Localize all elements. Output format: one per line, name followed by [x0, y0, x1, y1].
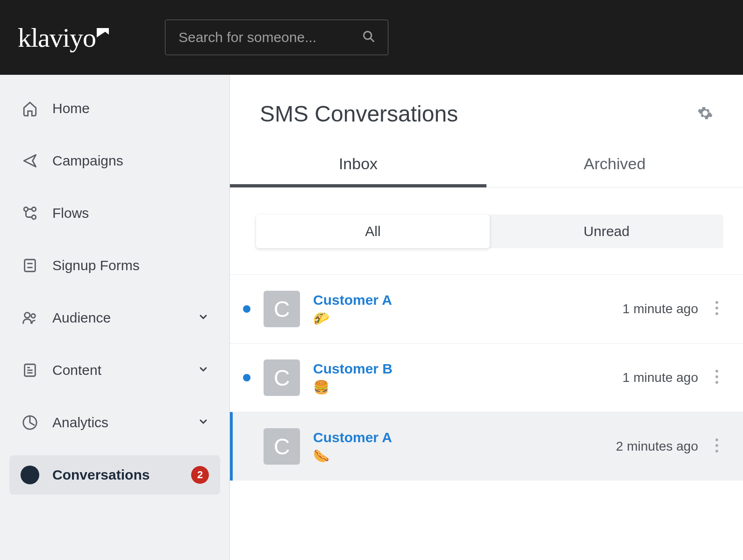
sidebar-item-campaigns[interactable]: Campaigns [9, 141, 220, 180]
chevron-down-icon [198, 416, 209, 429]
more-actions-button[interactable] [711, 297, 722, 321]
svg-point-22 [715, 375, 718, 378]
sidebar-item-analytics[interactable]: Analytics [9, 403, 220, 442]
search-icon [362, 30, 375, 45]
svg-point-10 [31, 314, 36, 318]
sidebar-item-label: Content [52, 362, 185, 378]
sidebar-item-label: Conversations [52, 467, 178, 483]
chevron-down-icon [198, 364, 209, 377]
svg-point-9 [25, 313, 30, 318]
svg-point-21 [715, 370, 718, 373]
svg-point-3 [24, 207, 28, 211]
more-actions-button[interactable] [711, 434, 722, 459]
sidebar-item-content[interactable]: Content [9, 351, 220, 390]
home-icon [21, 99, 39, 118]
conversation-name[interactable]: Customer A [313, 430, 603, 445]
filter-unread[interactable]: Unread [490, 215, 723, 248]
sidebar-item-signup-forms[interactable]: Signup Forms [9, 246, 220, 285]
tab-archived[interactable]: Archived [486, 155, 743, 187]
more-actions-button[interactable] [711, 366, 722, 390]
conversation-body: Customer A 🌮 [313, 292, 609, 326]
conversation-name[interactable]: Customer A [313, 292, 609, 308]
conversation-time: 1 minute ago [622, 370, 698, 385]
conversation-row[interactable]: C Customer A 🌮 1 minute ago [230, 274, 743, 343]
unread-dot-icon [243, 374, 250, 381]
settings-button[interactable] [697, 105, 713, 123]
main-tabs: Inbox Archived [230, 155, 743, 187]
topbar: klaviyo [0, 0, 743, 75]
send-icon [21, 151, 39, 170]
conversation-row[interactable]: C Customer A 🌭 2 minutes ago [230, 412, 743, 481]
conversation-preview: 🌮 [313, 311, 609, 326]
filter-label: All [365, 223, 380, 239]
unread-badge: 2 [191, 466, 209, 484]
analytics-icon [21, 413, 39, 432]
conversation-time: 1 minute ago [622, 302, 698, 316]
sidebar-item-audience[interactable]: Audience [9, 298, 220, 337]
sidebar-item-label: Signup Forms [52, 258, 209, 273]
svg-point-5 [32, 207, 36, 211]
conversation-time: 2 minutes ago [616, 439, 698, 454]
sidebar-item-label: Home [52, 101, 209, 116]
svg-point-4 [32, 215, 36, 219]
svg-point-24 [715, 438, 718, 441]
sidebar-item-conversations[interactable]: Conversations 2 [9, 455, 220, 495]
conversation-list: C Customer A 🌮 1 minute ago C Customer B… [230, 274, 743, 560]
unread-dot-icon [243, 305, 250, 313]
audience-icon [21, 309, 39, 327]
search-input[interactable] [165, 20, 388, 55]
page-header: SMS Conversations [230, 75, 743, 127]
flows-icon [21, 204, 39, 223]
conversation-preview: 🌭 [313, 448, 603, 464]
conversations-icon [21, 466, 39, 484]
conversation-preview: 🍔 [313, 380, 609, 395]
svg-point-23 [715, 381, 718, 384]
logo[interactable]: klaviyo [18, 22, 109, 53]
sidebar-item-label: Campaigns [52, 153, 209, 169]
logo-flag-icon [97, 14, 109, 45]
form-icon [21, 256, 39, 275]
avatar: C [264, 359, 300, 396]
svg-rect-6 [25, 259, 36, 272]
sidebar-item-label: Audience [52, 310, 185, 326]
svg-point-26 [715, 450, 718, 452]
avatar: C [264, 291, 300, 327]
svg-point-20 [715, 312, 718, 315]
chevron-down-icon [198, 311, 209, 324]
avatar: C [264, 428, 300, 465]
logo-text: klaviyo [18, 22, 96, 53]
tab-label: Inbox [339, 155, 378, 172]
svg-marker-0 [97, 28, 109, 37]
sidebar: Home Campaigns Flows Signup Forms Audien [0, 75, 230, 560]
conversation-name[interactable]: Customer B [313, 361, 609, 377]
sidebar-item-home[interactable]: Home [9, 89, 220, 128]
filter-wrap: All Unread [230, 187, 743, 248]
tab-inbox[interactable]: Inbox [230, 155, 486, 187]
sidebar-item-flows[interactable]: Flows [9, 194, 220, 233]
conversation-body: Customer B 🍔 [313, 361, 609, 395]
svg-line-2 [370, 38, 373, 42]
svg-point-19 [715, 307, 718, 309]
sidebar-item-label: Analytics [52, 415, 185, 431]
content-icon [21, 361, 39, 380]
filter-all[interactable]: All [256, 215, 490, 248]
svg-point-25 [715, 444, 718, 447]
page-title: SMS Conversations [260, 101, 458, 127]
sidebar-item-label: Flows [52, 205, 209, 221]
tab-label: Archived [584, 155, 645, 172]
filter-segment: All Unread [256, 215, 723, 248]
conversation-row[interactable]: C Customer B 🍔 1 minute ago [230, 343, 743, 412]
conversation-body: Customer A 🌭 [313, 430, 603, 464]
main-content: SMS Conversations Inbox Archived All Unr… [230, 75, 743, 560]
svg-point-18 [715, 301, 718, 304]
search-wrap [165, 20, 388, 55]
filter-label: Unread [584, 223, 629, 239]
